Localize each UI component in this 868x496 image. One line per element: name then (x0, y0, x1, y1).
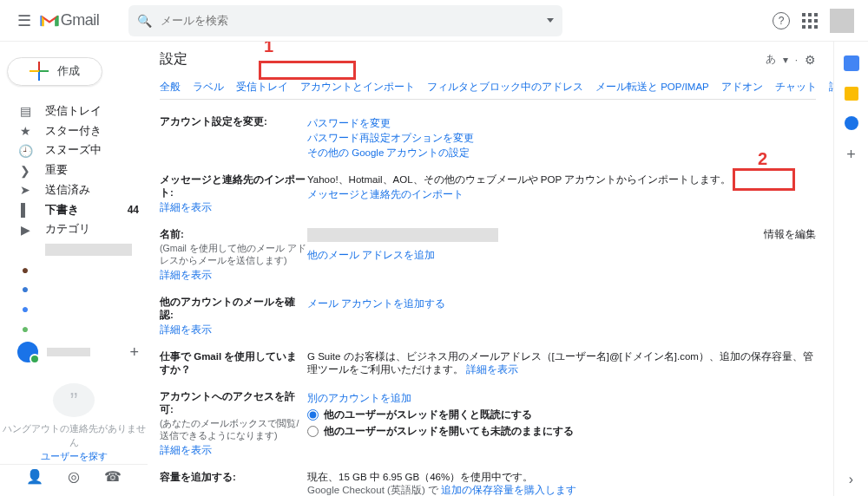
phone-tab-icon[interactable] (104, 468, 122, 485)
row-label-import: メッセージと連絡先のインポート: 詳細を表示 (160, 173, 307, 214)
search-dropdown-caret[interactable] (547, 18, 554, 23)
sidebar-item-important[interactable]: ❯重要 (0, 160, 148, 180)
get-addons-icon[interactable] (846, 146, 856, 164)
hangouts-empty-icon (53, 383, 95, 417)
quote-icon (70, 389, 78, 412)
tab-filters[interactable]: フィルタとブロック中のアドレス (427, 81, 583, 94)
lang-caret-icon[interactable]: ▾ (783, 54, 788, 66)
apps-grid-icon[interactable] (802, 13, 818, 29)
row-check-other: 他のアカウントのメールを確認: 詳細を表示 メール アカウントを追加する (160, 289, 816, 343)
row-label-grant: アカウントへのアクセスを許可: (あなたのメールボックスで閲覧/送信できるように… (160, 390, 307, 457)
presence-avatar-icon (17, 342, 38, 362)
link-add-another-account[interactable]: 別のアカウントを追加 (307, 392, 816, 405)
sidebar-item-starred[interactable]: ★スター付き (0, 121, 148, 141)
menu-button[interactable] (7, 3, 42, 38)
sent-icon: ➤ (17, 183, 33, 197)
search-bar[interactable] (128, 5, 562, 36)
search-icon (137, 14, 152, 28)
link-import-action[interactable]: メッセージと連絡先のインポート (307, 188, 816, 201)
link-import-detail[interactable]: 詳細を表示 (160, 201, 307, 214)
sidebar-label-5[interactable]: ● (0, 319, 148, 339)
sidebar-item-category[interactable]: ▶カテゴリ (0, 220, 148, 240)
hangouts-find-user-link[interactable]: ユーザーを探す (41, 451, 108, 461)
tab-addons[interactable]: アドオン (721, 81, 763, 94)
row-name: 名前: (Gmail を使用して他のメール アドレスからメールを送信します) 詳… (160, 221, 816, 289)
account-name-redacted (47, 348, 90, 356)
sidebar-item-sent[interactable]: ➤送信済み (0, 180, 148, 200)
link-other-google-settings[interactable]: その他の Google アカウントの設定 (307, 147, 816, 160)
link-buy-storage[interactable]: 追加の保存容量を購入します (441, 485, 576, 495)
link-add-another-address[interactable]: 他のメール アドレスを追加 (307, 249, 764, 262)
sidebar-item-inbox[interactable]: ▤受信トレイ (0, 101, 148, 121)
settings-tabs: 全般 ラベル 受信トレイ アカウントとインポート フィルタとブロック中のアドレス… (160, 81, 816, 100)
sidebar-label-3[interactable]: ● (0, 279, 148, 299)
help-icon[interactable] (773, 12, 790, 29)
tab-accounts-import[interactable]: アカウントとインポート (300, 81, 415, 94)
hangouts-empty-text: ハングアウトの連絡先がありません ユーザーを探す (0, 422, 148, 463)
settings-title: 設定 (160, 50, 187, 69)
row-gsuite: 仕事で Gmail を使用していますか？ G Suite のお客様は、ビジネス用… (160, 343, 816, 383)
row-label-account: アカウント設定を変更: (160, 115, 307, 160)
drafts-icon: ▌ (17, 203, 33, 217)
sidebar: 作成 ▤受信トレイ ★スター付き 🕘スヌーズ中 ❯重要 ➤送信済み ▌下書き44… (0, 42, 148, 496)
hangouts-tab-icon[interactable] (68, 468, 80, 485)
row-import: メッセージと連絡先のインポート: 詳細を表示 Yahoo!、Hotmail、AO… (160, 166, 816, 221)
keep-addon-icon[interactable] (845, 87, 858, 101)
search-input[interactable] (161, 14, 547, 27)
link-add-mail-account[interactable]: メール アカウントを追加する (307, 297, 816, 310)
contacts-tab-icon[interactable] (26, 468, 43, 485)
svg-rect-0 (40, 15, 42, 25)
clock-icon: 🕘 (17, 144, 33, 158)
hangouts-tab-bar (0, 464, 148, 489)
gmail-logo[interactable]: Gmail (42, 10, 97, 31)
inbox-icon: ▤ (17, 104, 33, 118)
sidebar-item-drafts[interactable]: ▌下書き44 (0, 200, 148, 220)
important-icon: ❯ (17, 164, 33, 178)
account-avatar[interactable] (830, 9, 854, 33)
link-name-detail[interactable]: 詳細を表示 (160, 269, 307, 282)
tasks-addon-icon[interactable] (845, 116, 858, 130)
row-grant-access: アカウントへのアクセスを許可: (あなたのメールボックスで閲覧/送信できるように… (160, 383, 816, 464)
header-right (773, 9, 861, 33)
row-storage: 容量を追加する: 現在、15 GB 中 6.95 GB（46%）を使用中です。 … (160, 464, 816, 496)
radio-leave-unread[interactable] (307, 426, 319, 437)
name-redacted (307, 228, 498, 242)
input-lang-indicator[interactable]: あ (766, 52, 776, 67)
category-icon: ▶ (17, 223, 33, 237)
link-recovery-options[interactable]: パスワード再設定オプションを変更 (307, 132, 816, 145)
link-change-password[interactable]: パスワードを変更 (307, 117, 816, 130)
link-edit-info[interactable]: 情報を編集 (764, 229, 816, 239)
tab-advanced[interactable]: 詳細設定 (829, 81, 833, 94)
link-check-other-detail[interactable]: 詳細を表示 (160, 323, 307, 336)
gmail-m-icon (40, 14, 59, 28)
tab-labels[interactable]: ラベル (193, 81, 224, 94)
row-label-name: 名前: (Gmail を使用して他のメール アドレスからメールを送信します) 詳… (160, 228, 307, 282)
tab-chat[interactable]: チャット (775, 81, 817, 94)
settings-main: 設定 あ ▾ · 全般 ラベル 受信トレイ アカウントとインポート フィルタとブ… (148, 42, 833, 496)
row-account-settings: アカウント設定を変更: パスワードを変更 パスワード再設定オプションを変更 その… (160, 108, 816, 166)
label-redacted (45, 244, 132, 256)
compose-button[interactable]: 作成 (7, 57, 102, 86)
sidebar-label-2[interactable]: ● (0, 259, 148, 279)
calendar-addon-icon[interactable] (844, 55, 859, 71)
right-side-panel (833, 42, 868, 496)
star-icon: ★ (17, 124, 33, 138)
hamburger-icon (17, 11, 31, 30)
radio-mark-read[interactable] (307, 409, 319, 421)
tab-general[interactable]: 全般 (160, 81, 181, 94)
link-gsuite-detail[interactable]: 詳細を表示 (466, 364, 518, 375)
tab-inbox[interactable]: 受信トレイ (236, 81, 288, 94)
gmail-logo-text: Gmail (61, 11, 100, 29)
row-label-storage: 容量を追加する: (160, 471, 307, 496)
collapse-panel-icon[interactable] (849, 472, 853, 487)
sidebar-label-4[interactable]: ● (0, 299, 148, 319)
sidebar-label-1[interactable] (0, 239, 148, 259)
tab-forwarding-pop-imap[interactable]: メール転送と POP/IMAP (595, 81, 709, 94)
settings-toolbar: あ ▾ · (766, 52, 816, 67)
hangouts-add-icon[interactable]: + (129, 343, 139, 362)
sidebar-item-snoozed[interactable]: 🕘スヌーズ中 (0, 140, 148, 160)
hangouts-account-row[interactable]: + (0, 338, 148, 366)
app-header: Gmail (0, 0, 868, 42)
gear-icon[interactable] (805, 53, 816, 67)
link-grant-detail[interactable]: 詳細を表示 (160, 444, 307, 457)
